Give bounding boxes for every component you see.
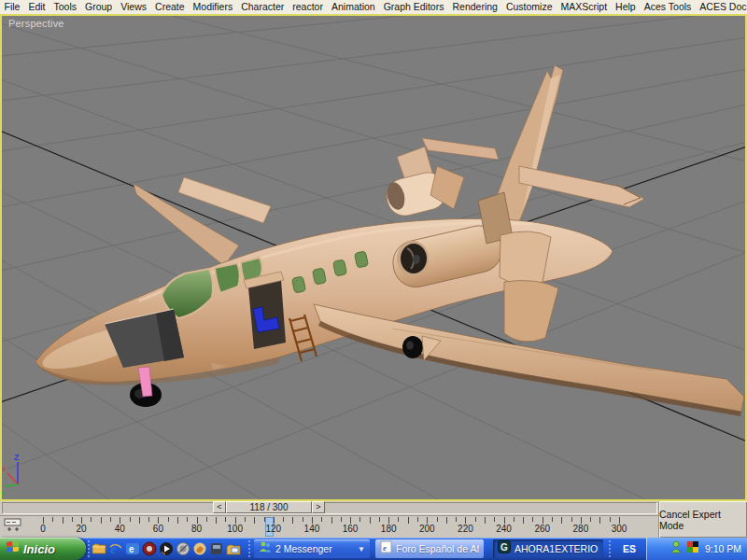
ruler-label: 160	[343, 524, 359, 534]
ruler-label: 220	[458, 524, 473, 534]
next-frame-button[interactable]: >	[312, 501, 325, 513]
ruler-tick	[283, 517, 284, 522]
ruler-label: 80	[191, 524, 202, 534]
language-indicator[interactable]: ES	[616, 538, 642, 560]
ruler-tick	[292, 517, 293, 524]
quick-launch-blue-e-app-icon[interactable]: e	[125, 541, 140, 556]
near-stabilizer	[519, 166, 644, 207]
menu-item-file[interactable]: File	[0, 0, 24, 14]
quick-launch-red-player-icon[interactable]	[142, 541, 157, 556]
ruler-tick	[72, 517, 73, 522]
menu-item-aces-tools[interactable]: Aces Tools	[640, 0, 696, 14]
quick-launch-gray-dial-icon[interactable]	[176, 541, 190, 556]
menu-item-animation[interactable]: Animation	[327, 0, 379, 14]
ruler-tick	[504, 517, 505, 524]
messenger-icon	[259, 540, 272, 557]
ruler-tick	[331, 517, 332, 524]
menu-item-character[interactable]: Character	[237, 0, 289, 14]
ruler-tick	[130, 517, 131, 522]
ruler-tick	[341, 517, 342, 522]
menu-item-edit[interactable]: Edit	[24, 0, 49, 14]
taskbar-button-label: Foro Español de Afici...	[396, 543, 479, 554]
ruler-tick	[177, 517, 178, 524]
cancel-expert-mode-button[interactable]: Cancel Expert Mode	[658, 501, 747, 538]
menu-item-help[interactable]: Help	[612, 0, 641, 14]
taskbar-clock[interactable]: 9:10 PM	[705, 543, 741, 554]
ruler-tick	[388, 517, 389, 524]
ruler-tick	[523, 517, 524, 524]
world-axis-tripod: Z x y	[2, 453, 20, 497]
quick-launch-folder-icon[interactable]	[92, 541, 106, 556]
ruler-tick	[446, 517, 447, 524]
ruler-tick	[427, 517, 428, 524]
ruler-tick	[168, 517, 169, 522]
ruler-tick	[398, 517, 399, 522]
menu-item-group[interactable]: Group	[81, 0, 117, 14]
taskbar-button-label: 2 Messenger	[275, 543, 332, 554]
menu-item-reactor[interactable]: reactor	[289, 0, 328, 14]
menu-item-modifiers[interactable]: Modifiers	[189, 0, 237, 14]
windows-taskbar: Inicio ee 2 Messenger▼eForo Español de A…	[0, 538, 747, 560]
ruler-tick	[264, 517, 265, 522]
far-wing-flap	[178, 177, 271, 223]
quick-launch-play-circle-icon[interactable]	[159, 541, 174, 556]
ruler-tick	[543, 517, 543, 524]
menu-item-rendering[interactable]: Rendering	[448, 0, 501, 14]
taskbar-button-label: AHORA1EXTERIOR.m...	[514, 543, 599, 554]
ruler-tick	[139, 517, 140, 524]
quick-launch-internet-explorer-icon[interactable]: e	[108, 541, 123, 556]
track-bar-row: 0204060801001201401601802002202402602803…	[0, 515, 659, 539]
quick-launch-dark-app-icon[interactable]	[209, 541, 224, 556]
time-slider-track[interactable]	[2, 502, 657, 514]
ruler-label: 40	[115, 524, 125, 534]
ruler-tick	[321, 517, 322, 522]
ie-page-icon: e	[380, 540, 392, 557]
ruler-tick	[245, 517, 246, 522]
ruler-label: 100	[227, 524, 243, 534]
ruler-tick	[197, 517, 198, 524]
taskbar-button-2-messenger[interactable]: 2 Messenger▼	[254, 539, 370, 558]
ruler-tick	[91, 517, 92, 522]
svg-text:e: e	[129, 544, 134, 554]
time-slider-handle[interactable]: 118 / 300	[226, 501, 312, 513]
ruler-tick	[532, 517, 533, 522]
menu-item-graph-editors[interactable]: Graph Editors	[379, 0, 448, 14]
menu-item-tools[interactable]: Tools	[49, 0, 81, 14]
menu-item-aces-documentation[interactable]: ACES Documentation	[696, 0, 747, 14]
ruler-tick	[485, 517, 486, 524]
color-squares-tray-icon[interactable]	[686, 540, 699, 557]
taskbar-button-foro-espa-ol-de-afici[interactable]: eForo Español de Afici...	[375, 539, 484, 558]
start-button-label: Inicio	[23, 542, 55, 556]
status-area: < 118 / 300 > 02040608010012014016018020…	[0, 501, 747, 538]
ruler-tick	[52, 517, 53, 522]
perspective-viewport[interactable]: Z x y Perspective	[0, 14, 747, 501]
quick-launch-swirl-app-icon[interactable]	[192, 541, 207, 556]
ruler-label: 120	[265, 524, 281, 534]
ruler-tick	[571, 517, 572, 522]
svg-text:G: G	[500, 542, 508, 553]
group-dropdown-arrow-icon[interactable]: ▼	[358, 545, 365, 553]
ruler-tick	[187, 517, 188, 522]
start-button[interactable]: Inicio	[0, 538, 86, 560]
ruler-tick	[81, 517, 82, 524]
menu-item-views[interactable]: Views	[117, 0, 151, 14]
gmax-expert-mode-window: FileEditToolsGroupViewsCreateModifiersCh…	[0, 0, 747, 560]
previous-frame-button[interactable]: <	[213, 501, 226, 513]
messenger-buddy-tray-icon[interactable]	[669, 540, 683, 557]
ruler-tick	[206, 517, 207, 522]
quick-launch-bar: ee	[92, 538, 241, 560]
viewport-label[interactable]: Perspective	[8, 18, 64, 29]
ruler-tick	[610, 517, 611, 522]
track-bar-ruler[interactable]: 0204060801001201401601802002202402602803…	[0, 516, 659, 539]
ruler-tick	[552, 517, 553, 522]
taskbar-button-ahora1exterior-m[interactable]: GAHORA1EXTERIOR.m...	[493, 539, 603, 558]
viewport-3d-canvas[interactable]: Z x y	[2, 16, 745, 499]
ruler-tick	[561, 517, 562, 524]
taskbar-separator	[248, 540, 250, 557]
menu-item-maxscript[interactable]: MAXScript	[557, 0, 612, 14]
quick-launch-docs-folder-icon[interactable]	[226, 541, 241, 556]
ruler-tick	[590, 517, 591, 522]
menu-item-customize[interactable]: Customize	[501, 0, 557, 14]
ruler-tick	[254, 517, 255, 524]
menu-item-create[interactable]: Create	[151, 0, 190, 14]
